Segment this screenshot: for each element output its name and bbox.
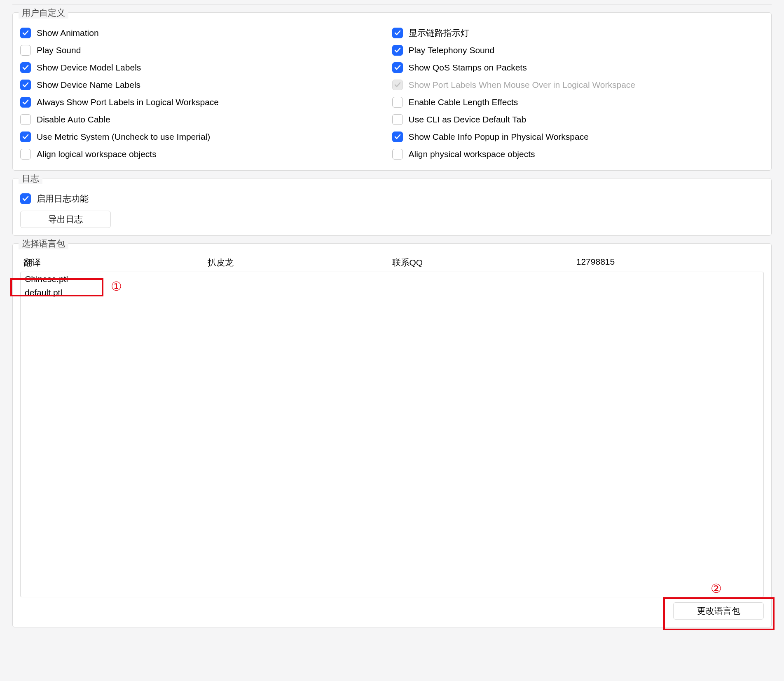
checkbox[interactable]: [392, 114, 403, 125]
option-label: Play Telephony Sound: [409, 45, 495, 55]
checkbox[interactable]: [20, 62, 31, 73]
option-row: Enable Cable Length Effects: [392, 94, 764, 111]
option-row: Show Animation: [20, 24, 392, 42]
checkbox[interactable]: [20, 45, 31, 56]
checkbox[interactable]: [20, 80, 31, 90]
language-pack-item[interactable]: Chinese.ptl: [21, 272, 763, 286]
checkbox[interactable]: [20, 114, 31, 125]
option-label: Always Show Port Labels in Logical Works…: [37, 97, 219, 107]
option-label: Play Sound: [37, 45, 81, 55]
option-label: 显示链路指示灯: [409, 28, 469, 38]
option-row: Align logical workspace objects: [20, 146, 392, 163]
legend-language-pack: 选择语言包: [19, 238, 68, 249]
checkbox[interactable]: [20, 97, 31, 108]
option-label: Show QoS Stamps on Packets: [409, 62, 527, 73]
option-label: Show Device Model Labels: [37, 62, 141, 73]
tab-strip: [12, 0, 772, 5]
option-label: Show Cable Info Popup in Physical Worksp…: [409, 132, 589, 142]
lang-header-translator: 翻译: [23, 257, 208, 268]
option-row: Disable Auto Cable: [20, 111, 392, 128]
language-header-row: 翻译 扒皮龙 联系QQ 12798815: [20, 255, 764, 272]
lang-header-author: 扒皮龙: [208, 257, 392, 268]
option-label: Show Device Name Labels: [37, 80, 140, 90]
option-row: Show Port Labels When Mouse Over in Logi…: [392, 76, 764, 94]
legend-log: 日志: [19, 173, 42, 184]
checkbox[interactable]: [392, 62, 403, 73]
legend-user-custom: 用户自定义: [19, 7, 68, 19]
checkbox[interactable]: [20, 132, 31, 142]
checkbox[interactable]: [392, 28, 403, 38]
fieldset-language-pack: 选择语言包 翻译 扒皮龙 联系QQ 12798815 Chinese.ptlde…: [12, 243, 772, 627]
option-label: Show Animation: [37, 28, 99, 38]
checkbox-enable-log[interactable]: [20, 193, 31, 204]
option-label: Disable Auto Cable: [37, 114, 110, 124]
option-row: Show QoS Stamps on Packets: [392, 59, 764, 76]
checkbox[interactable]: [392, 149, 403, 160]
checkbox[interactable]: [392, 45, 403, 56]
export-log-button[interactable]: 导出日志: [20, 211, 111, 228]
option-row: Play Telephony Sound: [392, 42, 764, 59]
option-row: Show Device Name Labels: [20, 76, 392, 94]
option-row: Show Cable Info Popup in Physical Worksp…: [392, 128, 764, 146]
language-pack-item[interactable]: default.ptl: [21, 286, 763, 299]
option-label: Use CLI as Device Default Tab: [409, 114, 527, 124]
checkbox[interactable]: [20, 28, 31, 38]
checkbox[interactable]: [392, 97, 403, 108]
language-pack-list[interactable]: Chinese.ptldefault.ptl: [20, 272, 764, 597]
checkbox[interactable]: [392, 132, 403, 142]
lang-header-value: 12798815: [576, 257, 761, 268]
option-row: Use Metric System (Uncheck to use Imperi…: [20, 128, 392, 146]
checkbox: [392, 80, 403, 90]
checkbox[interactable]: [20, 149, 31, 160]
option-row: Always Show Port Labels in Logical Works…: [20, 94, 392, 111]
option-label: Enable Cable Length Effects: [409, 97, 518, 107]
option-row: Align physical workspace objects: [392, 146, 764, 163]
option-label: Use Metric System (Uncheck to use Imperi…: [37, 132, 210, 142]
lang-header-contact: 联系QQ: [392, 257, 576, 268]
option-row: Play Sound: [20, 42, 392, 59]
fieldset-log: 日志 启用日志功能 导出日志: [12, 178, 772, 236]
change-language-button[interactable]: 更改语言包: [673, 602, 764, 620]
options-column-left: Show AnimationPlay SoundShow Device Mode…: [20, 24, 392, 163]
label-enable-log: 启用日志功能: [37, 193, 89, 204]
fieldset-user-custom: 用户自定义 Show AnimationPlay SoundShow Devic…: [12, 12, 772, 171]
option-label: Show Port Labels When Mouse Over in Logi…: [409, 80, 636, 90]
option-row: Use CLI as Device Default Tab: [392, 111, 764, 128]
option-row: Show Device Model Labels: [20, 59, 392, 76]
option-label: Align logical workspace objects: [37, 149, 157, 159]
options-column-right: 显示链路指示灯Play Telephony SoundShow QoS Stam…: [392, 24, 764, 163]
option-row: 显示链路指示灯: [392, 24, 764, 42]
option-label: Align physical workspace objects: [409, 149, 535, 159]
